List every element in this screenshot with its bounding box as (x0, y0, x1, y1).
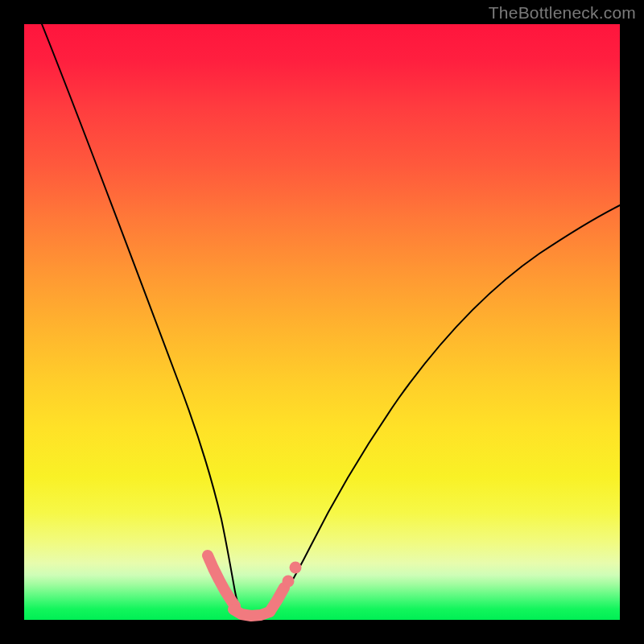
watermark-text: TheBottleneck.com (489, 3, 636, 23)
curve-right-branch (270, 205, 620, 616)
pink-dot-upper-right (290, 562, 302, 574)
curve-svg (24, 24, 620, 620)
pink-highlight-right-segment (270, 588, 284, 612)
chart-frame: TheBottleneck.com (0, 0, 644, 644)
pink-dot-lower-right (283, 576, 295, 588)
plot-area (24, 24, 620, 620)
pink-highlight-left-segment (208, 555, 235, 606)
curve-left-branch (42, 24, 243, 616)
